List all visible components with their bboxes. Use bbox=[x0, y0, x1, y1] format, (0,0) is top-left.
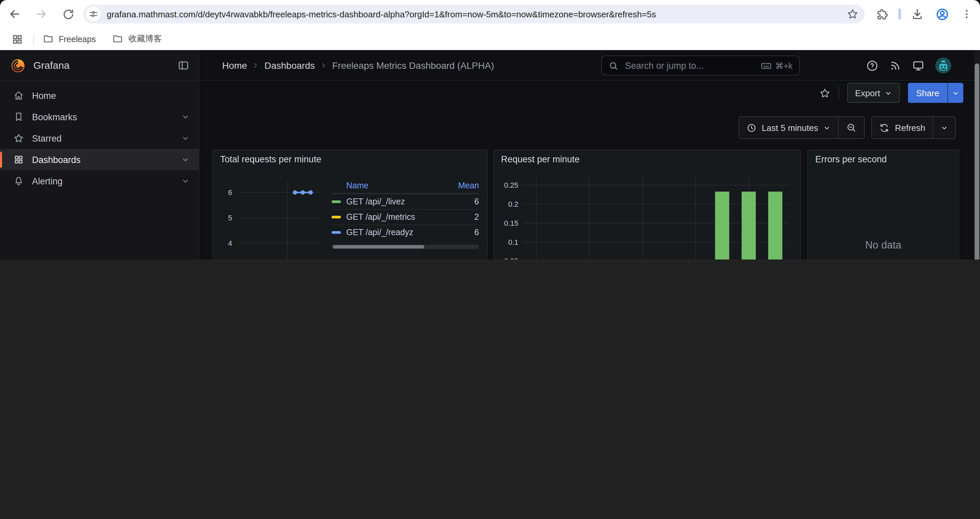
refresh-interval-button[interactable] bbox=[933, 117, 955, 138]
chevron-down-icon[interactable] bbox=[181, 177, 189, 185]
no-data-message: No data bbox=[808, 169, 959, 260]
breadcrumb-home[interactable]: Home bbox=[222, 60, 247, 70]
search-shortcut: ⌘+k bbox=[760, 60, 792, 71]
chevron-down-icon[interactable] bbox=[181, 156, 189, 164]
bookmark-folder-label: 收藏博客 bbox=[129, 34, 162, 45]
kiosk-monitor-icon[interactable] bbox=[912, 59, 924, 72]
svg-text:0.15: 0.15 bbox=[504, 219, 519, 227]
scrollbar-thumb[interactable] bbox=[975, 64, 979, 260]
sidebar-item-home[interactable]: Home bbox=[0, 85, 199, 106]
keyboard-icon bbox=[760, 60, 772, 71]
grafana-logo-icon[interactable] bbox=[10, 56, 27, 74]
actions-divider bbox=[838, 86, 839, 99]
sidebar-item-label: Dashboards bbox=[32, 155, 81, 164]
refresh-icon bbox=[880, 123, 889, 133]
topnav-brand: Grafana bbox=[0, 50, 199, 80]
panel-request-per-minute: Request per minute 00.050.10.150.20.2517… bbox=[493, 150, 801, 260]
apps-grid-icon[interactable] bbox=[10, 31, 25, 47]
sidebar-item-label: Bookmarks bbox=[32, 112, 77, 122]
panel-title[interactable]: Total requests per minute bbox=[220, 154, 321, 164]
timeseries-chart[interactable]: 2345617:40 bbox=[220, 173, 326, 260]
refresh-picker: Refresh bbox=[872, 116, 956, 139]
browser-toolbar: grafana.mathmast.com/d/deytv4rwavabkb/fr… bbox=[0, 0, 980, 28]
time-range-button[interactable]: Last 5 minutes bbox=[739, 117, 838, 138]
svg-text:5: 5 bbox=[228, 214, 232, 222]
bookmark-folder-label: Freeleaps bbox=[59, 34, 96, 44]
grafana-topnav: Grafana Home Dashboards Freeleaps Metric… bbox=[0, 50, 980, 81]
legend-scrollbar[interactable] bbox=[332, 244, 479, 249]
back-icon[interactable] bbox=[7, 6, 23, 22]
panel-title[interactable]: Request per minute bbox=[501, 154, 580, 164]
screen: grafana.mathmast.com/d/deytv4rwavabkb/fr… bbox=[0, 0, 980, 260]
forward-icon[interactable] bbox=[33, 6, 49, 22]
extensions-icon[interactable] bbox=[874, 6, 890, 22]
search-box[interactable]: ⌘+k bbox=[601, 56, 800, 75]
clock-icon bbox=[746, 123, 757, 133]
bookmark-folder-freeleaps[interactable]: Freeleaps bbox=[42, 33, 96, 45]
share-button[interactable]: Share bbox=[908, 83, 963, 103]
legend-swatch bbox=[332, 216, 341, 219]
legend-table: NameMeanGET /api/_/livez6GET /api/_/metr… bbox=[332, 178, 479, 249]
bookmarks-divider bbox=[33, 34, 34, 45]
browser-menu-icon[interactable] bbox=[959, 6, 975, 22]
bookmarks-bar: Freeleaps 收藏博客 bbox=[0, 28, 980, 50]
legend-row[interactable]: GET /api/_/metrics2 bbox=[332, 209, 479, 224]
bar-chart[interactable]: 00.050.10.150.20.2517:37:0017:38:0017:39… bbox=[500, 173, 795, 260]
url-text[interactable]: grafana.mathmast.com/d/deytv4rwavabkb/fr… bbox=[107, 9, 865, 19]
bookmark-star-icon[interactable] bbox=[845, 6, 861, 22]
site-settings-icon[interactable] bbox=[86, 7, 101, 21]
chevron-down-icon bbox=[941, 124, 948, 131]
extension-pin-divider bbox=[899, 9, 900, 19]
dashboard-actions: Export Share bbox=[819, 83, 963, 103]
sidebar-item-starred[interactable]: Starred bbox=[0, 128, 199, 149]
time-picker: Last 5 minutes bbox=[738, 116, 865, 139]
reload-icon[interactable] bbox=[60, 6, 76, 22]
zoom-out-button[interactable] bbox=[839, 117, 864, 138]
sidebar-item-label: Alerting bbox=[32, 176, 63, 186]
download-icon[interactable] bbox=[909, 6, 925, 22]
page-scrollbar bbox=[974, 50, 980, 260]
chevron-right-icon bbox=[320, 61, 328, 69]
sidebar-toggle-icon[interactable] bbox=[177, 59, 189, 71]
svg-text:0.25: 0.25 bbox=[504, 181, 519, 189]
export-button[interactable]: Export bbox=[847, 83, 900, 103]
svg-text:4: 4 bbox=[228, 239, 232, 248]
address-bar[interactable]: grafana.mathmast.com/d/deytv4rwavabkb/fr… bbox=[83, 5, 865, 23]
sidebar: Home Bookmarks Starred Dashbo bbox=[0, 81, 199, 260]
sidebar-item-dashboards[interactable]: Dashboards bbox=[0, 149, 199, 170]
grafana-app: Grafana Home Dashboards Freeleaps Metric… bbox=[0, 50, 980, 260]
folder-icon bbox=[42, 33, 54, 45]
sidebar-item-label: Home bbox=[32, 91, 56, 101]
search-input[interactable] bbox=[624, 60, 760, 71]
help-icon[interactable] bbox=[866, 59, 878, 72]
bookmark-icon bbox=[13, 112, 24, 122]
breadcrumb-current: Freeleaps Metrics Dashboard (ALPHA) bbox=[332, 60, 494, 70]
product-name: Grafana bbox=[33, 59, 69, 71]
browser-chrome: grafana.mathmast.com/d/deytv4rwavabkb/fr… bbox=[0, 0, 980, 50]
profile-icon[interactable] bbox=[934, 6, 950, 22]
chevron-down-icon bbox=[885, 89, 892, 96]
chevron-down-icon[interactable] bbox=[181, 113, 189, 121]
time-controls: Last 5 minutes Refre bbox=[738, 116, 956, 139]
legend-swatch bbox=[332, 200, 341, 203]
news-rss-icon[interactable] bbox=[889, 59, 901, 72]
favorite-star-icon[interactable] bbox=[819, 87, 830, 99]
bookmark-folder-blogs[interactable]: 收藏博客 bbox=[112, 33, 162, 45]
legend-row[interactable]: GET /api/_/livez6 bbox=[332, 194, 479, 209]
sidebar-item-bookmarks[interactable]: Bookmarks bbox=[0, 106, 199, 128]
share-dropdown-button[interactable] bbox=[947, 83, 963, 103]
topnav-main: Home Dashboards Freeleaps Metrics Dashbo… bbox=[199, 50, 980, 80]
legend-header: NameMean bbox=[332, 178, 479, 194]
dashboards-grid-icon bbox=[13, 154, 24, 165]
panel-title[interactable]: Errors per second bbox=[815, 154, 887, 164]
sidebar-item-alerting[interactable]: Alerting bbox=[0, 170, 199, 192]
panel-errors-per-second: Errors per second No data bbox=[807, 150, 959, 260]
svg-text:6: 6 bbox=[228, 188, 232, 197]
svg-text:0.1: 0.1 bbox=[508, 238, 519, 246]
chevron-down-icon bbox=[952, 89, 959, 96]
breadcrumb-dashboards[interactable]: Dashboards bbox=[264, 60, 315, 70]
chevron-down-icon[interactable] bbox=[181, 134, 189, 142]
legend-row[interactable]: GET /api/_/readyz6 bbox=[332, 224, 479, 240]
refresh-button[interactable]: Refresh bbox=[872, 117, 932, 138]
user-avatar[interactable] bbox=[935, 57, 951, 73]
